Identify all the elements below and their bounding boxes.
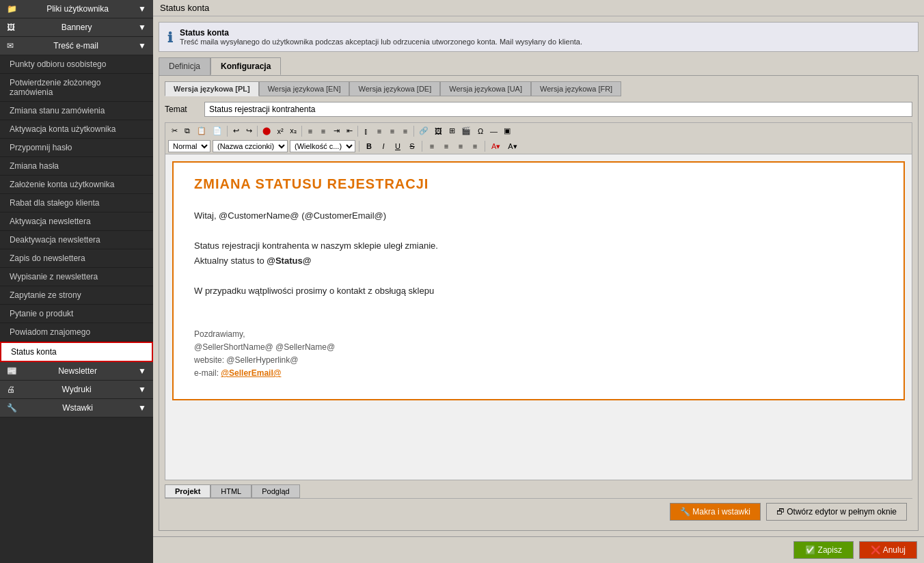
sidebar-item-zapis[interactable]: Zapis do newslettera	[0, 249, 153, 268]
sidebar-group-newsletter-header[interactable]: 📰 Newsletter ▼	[0, 362, 153, 381]
text-color-button[interactable]: A▾	[489, 141, 503, 152]
redo-button[interactable]: ↪	[243, 125, 255, 137]
info-panel: ℹ Status konta Treść maila wysyłanego do…	[159, 22, 919, 52]
outdent-button[interactable]: ⇤	[343, 125, 355, 137]
sidebar-item-zmiana-stanu[interactable]: Zmiana stanu zamówienia	[0, 102, 153, 120]
save-button[interactable]: ✅ Zapisz	[793, 541, 854, 559]
paste-button[interactable]: 📋	[194, 125, 209, 137]
sidebar-item-zapytanie[interactable]: Zapytanie ze strony	[0, 286, 153, 305]
list-ordered-button[interactable]: ≡	[317, 126, 329, 137]
lang-tab-pl[interactable]: Wersja językowa [PL]	[165, 81, 259, 96]
image-button[interactable]: 🖼	[432, 126, 445, 137]
info-panel-text: Status konta Treść maila wysyłanego do u…	[180, 28, 582, 46]
italic-button[interactable]: I	[377, 141, 390, 152]
content-area: Wersja językowa [PL] Wersja językowa [EN…	[159, 75, 919, 531]
bottom-tab-podglad[interactable]: Podgląd	[252, 484, 299, 498]
cancel-button[interactable]: ❌ Anuluj	[859, 541, 917, 559]
sidebar-group-wstawki-header[interactable]: 🔧 Wstawki ▼	[0, 399, 153, 417]
sidebar-item-potwierdzenie[interactable]: Potwierdzenie złożonego zamówienia	[0, 74, 153, 102]
strikethrough-button[interactable]: S	[406, 141, 418, 152]
paste-plain-button[interactable]: 📄	[210, 125, 225, 137]
lang-tab-en[interactable]: Wersja językowa [EN]	[259, 81, 350, 96]
editor-body[interactable]: ZMIANA STATUSU REJESTRACJI Witaj, @Custo…	[165, 154, 912, 480]
sidebar-group-pliki-label: Pliki użytkownika	[46, 4, 109, 14]
tab-definicja[interactable]: Definicja	[159, 57, 210, 75]
highlight-color-button[interactable]: A▾	[505, 141, 519, 152]
media-button[interactable]: 🎬	[459, 125, 474, 137]
bottom-tab-html[interactable]: HTML	[210, 484, 252, 498]
list-unordered-button[interactable]: ≡	[304, 126, 316, 137]
font-select[interactable]: (Nazwa czcionki)	[213, 140, 288, 152]
align-justify-button2[interactable]: ≡	[469, 141, 481, 152]
footer-email-link[interactable]: @SellerEmail@	[221, 368, 281, 378]
open-editor-button[interactable]: 🗗 Otwórz edytor w pełnym oknie	[766, 503, 907, 521]
indent-button[interactable]: ⇥	[330, 125, 342, 137]
status-prefix: Aktualny status to	[194, 256, 267, 266]
subscript-button[interactable]: x₂	[287, 125, 299, 137]
superscript-button[interactable]: x²	[274, 126, 286, 137]
sidebar-item-rabat[interactable]: Rabat dla stałego klienta	[0, 194, 153, 212]
lang-tab-ua[interactable]: Wersja językowa [UA]	[440, 81, 531, 96]
sidebar-group-pliki-header[interactable]: 📁 Pliki użytkownika ▼	[0, 0, 153, 18]
underline-button[interactable]: U	[392, 141, 404, 152]
lang-tab-de[interactable]: Wersja językowa [DE]	[349, 81, 440, 96]
sidebar-group-bannery-label: Bannery	[62, 23, 92, 32]
sidebar-group-wydruki-header[interactable]: 🖨 Wydruki ▼	[0, 381, 153, 399]
align-left-button[interactable]: ⫿	[360, 126, 372, 137]
sidebar-item-deaktywacja[interactable]: Deaktywacja newslettera	[0, 231, 153, 249]
info-description: Treść maila wysyłanego do użytkownika po…	[180, 38, 582, 46]
editor-content: ZMIANA STATUSU REJESTRACJI Witaj, @Custo…	[172, 161, 905, 400]
special-char-button[interactable]: Ω	[474, 126, 487, 137]
status-line2: Aktualny status to @Status@	[194, 253, 883, 269]
link-button[interactable]: 🔗	[416, 125, 431, 137]
separator	[422, 141, 422, 152]
lang-tab-fr[interactable]: Wersja językowa [FR]	[531, 81, 621, 96]
sidebar-item-zmiana-hasla[interactable]: Zmiana hasła	[0, 157, 153, 176]
sidebar-group-bannery-header[interactable]: 🖼 Bannery ▼	[0, 18, 153, 37]
spell-button[interactable]: ⬤	[260, 125, 273, 137]
sidebar: 📁 Pliki użytkownika ▼ 🖼 Bannery ▼ ✉ Treś…	[0, 0, 153, 563]
align-right-button2[interactable]: ≡	[454, 141, 467, 152]
sidebar-item-aktywacja-konta[interactable]: Aktywacja konta użytkownika	[0, 120, 153, 139]
macros-button[interactable]: 🔧 Makra i wstawki	[670, 503, 761, 521]
more-button[interactable]: ▣	[501, 125, 513, 137]
sidebar-item-punkty[interactable]: Punkty odbioru osobistego	[0, 55, 153, 74]
info-title: Status konta	[180, 28, 582, 38]
copy-button[interactable]: ⧉	[181, 125, 193, 137]
align-center-button2[interactable]: ≡	[440, 141, 452, 152]
cut-button[interactable]: ✂	[168, 125, 180, 137]
sidebar-group-email: ✉ Treść e-mail ▼ Punkty odbioru osobiste…	[0, 37, 153, 362]
bold-button[interactable]: B	[363, 141, 375, 152]
separator	[301, 126, 302, 137]
separator	[485, 141, 485, 152]
chevron-down-icon: ▼	[138, 23, 146, 32]
subject-input[interactable]	[204, 102, 912, 117]
sidebar-group-pliki: 📁 Pliki użytkownika ▼	[0, 0, 153, 18]
hr-button[interactable]: —	[487, 126, 500, 137]
style-select[interactable]: Normal	[168, 140, 210, 152]
align-left-button2[interactable]: ≡	[426, 141, 438, 152]
sidebar-item-zalozenie[interactable]: Założenie konta użytkownika	[0, 176, 153, 194]
size-select[interactable]: (Wielkość c...)	[290, 140, 355, 152]
tab-konfiguracja[interactable]: Konfiguracja	[210, 57, 281, 75]
sidebar-item-status-konta[interactable]: Status konta	[0, 342, 153, 362]
sidebar-item-aktywacja-newsletter[interactable]: Aktywacja newslettera	[0, 212, 153, 231]
footer-email-prefix: e-mail:	[194, 368, 221, 378]
bottom-tab-projekt[interactable]: Projekt	[165, 484, 210, 498]
align-center-button[interactable]: ≡	[373, 126, 385, 137]
sidebar-group-email-header[interactable]: ✉ Treść e-mail ▼	[0, 37, 153, 55]
sidebar-item-pytanie[interactable]: Pytanie o produkt	[0, 305, 153, 323]
page-title: Status konta	[153, 0, 924, 16]
align-right-button[interactable]: ≡	[386, 126, 398, 137]
sidebar-item-przypomnij[interactable]: Przypomnij hasło	[0, 139, 153, 157]
separator	[257, 126, 258, 137]
align-justify-button[interactable]: ≡	[399, 126, 411, 137]
sidebar-item-powiadom[interactable]: Powiadom znajomego	[0, 323, 153, 342]
footer-email: e-mail: @SellerEmail@	[194, 367, 883, 380]
info-icon: ℹ	[167, 29, 173, 46]
banner-icon: 🖼	[7, 23, 15, 32]
table-button[interactable]: ⊞	[446, 125, 458, 137]
undo-button[interactable]: ↩	[230, 125, 242, 137]
sidebar-item-wypisanie[interactable]: Wypisanie z newslettera	[0, 268, 153, 286]
email-body: Witaj, @CustomerName@ (@CustomerEmail@) …	[194, 208, 883, 380]
